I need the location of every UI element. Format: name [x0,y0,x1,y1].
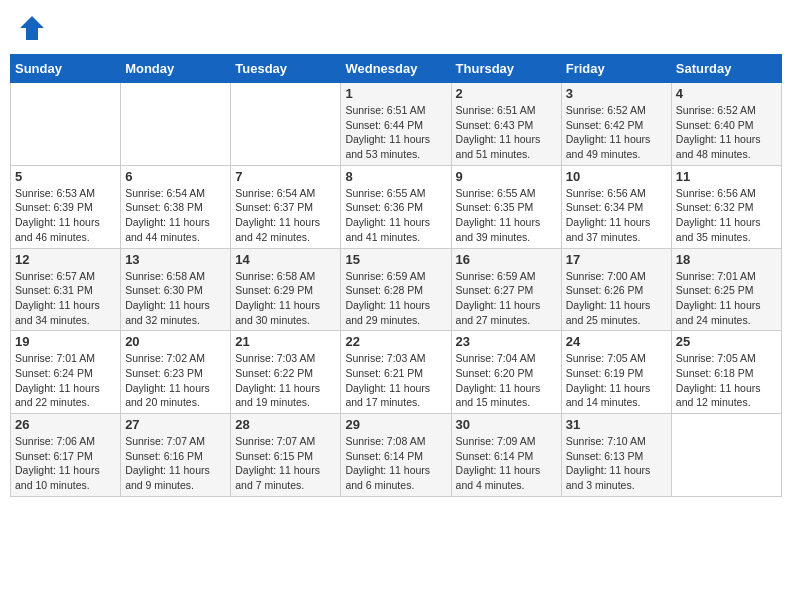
day-info: Sunrise: 6:56 AM Sunset: 6:34 PM Dayligh… [566,186,667,245]
day-number: 8 [345,169,446,184]
day-info: Sunrise: 6:51 AM Sunset: 6:44 PM Dayligh… [345,103,446,162]
svg-marker-0 [20,16,44,40]
day-info: Sunrise: 6:55 AM Sunset: 6:35 PM Dayligh… [456,186,557,245]
calendar-cell [121,83,231,166]
calendar-week-row: 19Sunrise: 7:01 AM Sunset: 6:24 PM Dayli… [11,331,782,414]
weekday-header: Sunday [11,55,121,83]
day-info: Sunrise: 7:05 AM Sunset: 6:19 PM Dayligh… [566,351,667,410]
calendar-cell: 30Sunrise: 7:09 AM Sunset: 6:14 PM Dayli… [451,414,561,497]
day-number: 4 [676,86,777,101]
day-info: Sunrise: 6:57 AM Sunset: 6:31 PM Dayligh… [15,269,116,328]
calendar-cell [11,83,121,166]
day-info: Sunrise: 6:58 AM Sunset: 6:29 PM Dayligh… [235,269,336,328]
calendar-cell: 6Sunrise: 6:54 AM Sunset: 6:38 PM Daylig… [121,165,231,248]
calendar-week-row: 26Sunrise: 7:06 AM Sunset: 6:17 PM Dayli… [11,414,782,497]
calendar-cell: 11Sunrise: 6:56 AM Sunset: 6:32 PM Dayli… [671,165,781,248]
day-number: 18 [676,252,777,267]
calendar-cell: 27Sunrise: 7:07 AM Sunset: 6:16 PM Dayli… [121,414,231,497]
day-number: 29 [345,417,446,432]
day-info: Sunrise: 7:08 AM Sunset: 6:14 PM Dayligh… [345,434,446,493]
calendar-week-row: 5Sunrise: 6:53 AM Sunset: 6:39 PM Daylig… [11,165,782,248]
calendar-cell: 7Sunrise: 6:54 AM Sunset: 6:37 PM Daylig… [231,165,341,248]
day-info: Sunrise: 6:51 AM Sunset: 6:43 PM Dayligh… [456,103,557,162]
day-info: Sunrise: 6:55 AM Sunset: 6:36 PM Dayligh… [345,186,446,245]
day-info: Sunrise: 7:00 AM Sunset: 6:26 PM Dayligh… [566,269,667,328]
day-number: 11 [676,169,777,184]
day-number: 21 [235,334,336,349]
day-number: 3 [566,86,667,101]
day-info: Sunrise: 7:10 AM Sunset: 6:13 PM Dayligh… [566,434,667,493]
calendar-cell: 8Sunrise: 6:55 AM Sunset: 6:36 PM Daylig… [341,165,451,248]
day-info: Sunrise: 7:03 AM Sunset: 6:22 PM Dayligh… [235,351,336,410]
weekday-header: Tuesday [231,55,341,83]
day-number: 1 [345,86,446,101]
day-number: 5 [15,169,116,184]
day-number: 30 [456,417,557,432]
day-info: Sunrise: 6:59 AM Sunset: 6:27 PM Dayligh… [456,269,557,328]
calendar-cell [671,414,781,497]
day-info: Sunrise: 7:01 AM Sunset: 6:25 PM Dayligh… [676,269,777,328]
calendar-cell: 5Sunrise: 6:53 AM Sunset: 6:39 PM Daylig… [11,165,121,248]
day-number: 9 [456,169,557,184]
calendar-cell: 31Sunrise: 7:10 AM Sunset: 6:13 PM Dayli… [561,414,671,497]
calendar-cell: 14Sunrise: 6:58 AM Sunset: 6:29 PM Dayli… [231,248,341,331]
day-number: 12 [15,252,116,267]
day-info: Sunrise: 6:53 AM Sunset: 6:39 PM Dayligh… [15,186,116,245]
day-info: Sunrise: 6:54 AM Sunset: 6:37 PM Dayligh… [235,186,336,245]
day-info: Sunrise: 6:56 AM Sunset: 6:32 PM Dayligh… [676,186,777,245]
day-number: 28 [235,417,336,432]
day-info: Sunrise: 7:01 AM Sunset: 6:24 PM Dayligh… [15,351,116,410]
calendar-cell: 17Sunrise: 7:00 AM Sunset: 6:26 PM Dayli… [561,248,671,331]
day-number: 25 [676,334,777,349]
calendar-cell: 22Sunrise: 7:03 AM Sunset: 6:21 PM Dayli… [341,331,451,414]
calendar-cell: 3Sunrise: 6:52 AM Sunset: 6:42 PM Daylig… [561,83,671,166]
day-number: 13 [125,252,226,267]
day-number: 15 [345,252,446,267]
day-info: Sunrise: 7:03 AM Sunset: 6:21 PM Dayligh… [345,351,446,410]
calendar-cell: 21Sunrise: 7:03 AM Sunset: 6:22 PM Dayli… [231,331,341,414]
day-number: 17 [566,252,667,267]
day-number: 2 [456,86,557,101]
calendar-cell: 10Sunrise: 6:56 AM Sunset: 6:34 PM Dayli… [561,165,671,248]
day-number: 22 [345,334,446,349]
day-info: Sunrise: 7:06 AM Sunset: 6:17 PM Dayligh… [15,434,116,493]
day-number: 20 [125,334,226,349]
calendar-cell: 4Sunrise: 6:52 AM Sunset: 6:40 PM Daylig… [671,83,781,166]
weekday-header-row: SundayMondayTuesdayWednesdayThursdayFrid… [11,55,782,83]
day-number: 27 [125,417,226,432]
calendar-week-row: 1Sunrise: 6:51 AM Sunset: 6:44 PM Daylig… [11,83,782,166]
weekday-header: Wednesday [341,55,451,83]
day-info: Sunrise: 6:54 AM Sunset: 6:38 PM Dayligh… [125,186,226,245]
calendar-table: SundayMondayTuesdayWednesdayThursdayFrid… [10,54,782,497]
calendar-cell: 15Sunrise: 6:59 AM Sunset: 6:28 PM Dayli… [341,248,451,331]
calendar-cell: 28Sunrise: 7:07 AM Sunset: 6:15 PM Dayli… [231,414,341,497]
calendar-cell: 16Sunrise: 6:59 AM Sunset: 6:27 PM Dayli… [451,248,561,331]
day-number: 24 [566,334,667,349]
day-number: 31 [566,417,667,432]
day-info: Sunrise: 6:52 AM Sunset: 6:40 PM Dayligh… [676,103,777,162]
day-number: 26 [15,417,116,432]
day-info: Sunrise: 6:59 AM Sunset: 6:28 PM Dayligh… [345,269,446,328]
calendar-cell: 1Sunrise: 6:51 AM Sunset: 6:44 PM Daylig… [341,83,451,166]
day-info: Sunrise: 7:07 AM Sunset: 6:16 PM Dayligh… [125,434,226,493]
day-number: 7 [235,169,336,184]
day-number: 14 [235,252,336,267]
calendar-cell: 19Sunrise: 7:01 AM Sunset: 6:24 PM Dayli… [11,331,121,414]
day-number: 16 [456,252,557,267]
calendar-cell: 20Sunrise: 7:02 AM Sunset: 6:23 PM Dayli… [121,331,231,414]
calendar-cell: 9Sunrise: 6:55 AM Sunset: 6:35 PM Daylig… [451,165,561,248]
day-info: Sunrise: 7:02 AM Sunset: 6:23 PM Dayligh… [125,351,226,410]
weekday-header: Thursday [451,55,561,83]
calendar-cell: 12Sunrise: 6:57 AM Sunset: 6:31 PM Dayli… [11,248,121,331]
day-info: Sunrise: 6:52 AM Sunset: 6:42 PM Dayligh… [566,103,667,162]
calendar-cell: 13Sunrise: 6:58 AM Sunset: 6:30 PM Dayli… [121,248,231,331]
weekday-header: Saturday [671,55,781,83]
day-info: Sunrise: 7:07 AM Sunset: 6:15 PM Dayligh… [235,434,336,493]
day-info: Sunrise: 7:05 AM Sunset: 6:18 PM Dayligh… [676,351,777,410]
calendar-week-row: 12Sunrise: 6:57 AM Sunset: 6:31 PM Dayli… [11,248,782,331]
calendar-cell: 24Sunrise: 7:05 AM Sunset: 6:19 PM Dayli… [561,331,671,414]
calendar-cell [231,83,341,166]
calendar-cell: 26Sunrise: 7:06 AM Sunset: 6:17 PM Dayli… [11,414,121,497]
calendar-cell: 2Sunrise: 6:51 AM Sunset: 6:43 PM Daylig… [451,83,561,166]
day-number: 6 [125,169,226,184]
